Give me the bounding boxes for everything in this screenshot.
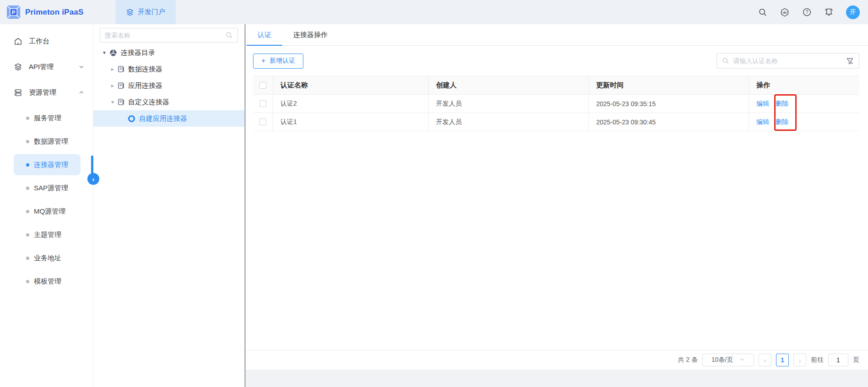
delete-link[interactable]: 删除 [776,118,788,126]
total-count-label: 共 2 条 [678,356,698,364]
sidebar-nav: 工作台 API管理 [0,24,93,387]
caret-icon[interactable]: ▸ [109,66,116,72]
sidebar-sub-item[interactable]: 连接器管理 [14,154,81,175]
column-header-creator: 创建人 [436,81,457,90]
tab-auth[interactable]: 认证 [247,24,282,45]
resources-icon [14,88,23,97]
bullet-icon [26,117,29,120]
tree-node[interactable]: ▸ 数据连接器 [93,61,244,77]
tree-search-input[interactable] [105,32,226,39]
sidebar-sub-item-label: MQ源管理 [34,207,65,216]
plus-icon: + [261,57,265,64]
filter-funnel-icon[interactable] [846,57,854,65]
main-area: 认证 连接器操作 + 新增认证 [246,24,868,387]
sidebar-sub-item[interactable]: 主题管理 [14,224,81,245]
prev-page-button[interactable]: ‹ [759,354,771,366]
bullet-icon [26,280,29,283]
sidebar-sub-item-label: SAP源管理 [34,184,68,193]
chevron-left-icon: ‹ [92,175,95,183]
sidebar-item-label: 资源管理 [29,88,56,97]
auth-search-box [717,53,859,69]
tree-search-box [100,28,238,43]
page-number-button[interactable]: 1 [776,354,789,366]
row-checkbox[interactable] [259,118,266,125]
goto-page-input[interactable] [828,354,848,366]
cell-auth-name: 认证1 [280,118,297,126]
column-header-auth-name: 认证名称 [280,81,308,90]
column-header-actions: 操作 [756,81,770,90]
sidebar-sub-item-label: 连接器管理 [34,161,68,169]
sidebar-sub-item[interactable]: SAP源管理 [14,177,81,199]
tab-bar: 认证 连接器操作 [246,24,868,46]
top-header: P Primeton iPaaS 开发门户 [0,0,868,24]
row-checkbox[interactable] [259,100,266,107]
sidebar-sub-item[interactable]: 服务管理 [14,108,81,129]
page-size-value: 10条/页 [712,356,733,364]
tree-node-label: 自定义连接器 [128,98,169,107]
table-header: 认证名称 创建人 更新时间 操作 [253,76,859,95]
tree-node[interactable]: ▾ 自定义连接器 [93,94,244,110]
brand-name: Primeton iPaaS [25,8,84,17]
sidebar-sub-item-label: 数据源管理 [34,137,68,146]
caret-down-icon[interactable]: ▾ [101,49,108,56]
help-icon[interactable]: ? [802,7,812,17]
edit-link[interactable]: 编辑 [756,118,769,126]
table-row: 认证2 开发人员 2025-05-23 09:35:15 编辑 删除 [253,95,859,113]
document-icon [118,65,124,73]
sidebar-sub-item[interactable]: 数据源管理 [14,131,81,152]
home-icon [14,37,23,46]
delete-link[interactable]: 删除 [776,100,788,108]
sidebar-item-workbench[interactable]: 工作台 [0,28,93,54]
sidebar-sub-item[interactable]: 模板管理 [14,271,81,292]
body: 工作台 API管理 [0,24,868,387]
tree-node[interactable]: ▸ 应用连接器 [93,77,244,94]
page-unit-label: 页 [853,356,859,364]
add-auth-button[interactable]: + 新增认证 [253,54,303,69]
column-header-updated: 更新时间 [596,81,624,90]
bullet-icon [26,140,29,143]
sidebar-sub-item[interactable]: 业务地址 [14,247,81,269]
search-icon [722,57,729,64]
tree-node-selected-leaf[interactable]: 自建应用连接器 [93,110,244,127]
cell-updated: 2025-05-23 09:35:15 [596,100,656,108]
page-size-select[interactable]: 10条/页 [702,354,754,366]
svg-text:?: ? [806,10,809,15]
sidebar-item-resource-management[interactable]: 资源管理 [0,80,93,105]
bullet-icon [26,187,29,190]
chevron-right-icon: › [799,356,801,364]
tree-node-label: 自建应用连接器 [139,114,187,123]
tree-children: ▸ 数据连接器 ▸ 应用连接器 ▾ [93,61,244,110]
sidebar-sub-item-label: 模板管理 [34,277,61,286]
collapse-sidebar-toggle[interactable]: ‹ [87,173,99,185]
sidebar-sub-item[interactable]: MQ源管理 [14,201,81,222]
bullet-icon [26,163,29,167]
logo: P Primeton iPaaS [0,5,84,19]
tree-search-icon[interactable] [226,32,233,39]
search-icon[interactable] [758,8,767,17]
tab-connector-operations[interactable]: 连接器操作 [282,24,339,45]
cell-creator: 开发人员 [436,118,462,126]
document-icon [118,82,124,89]
user-avatar[interactable]: 开 [846,5,860,19]
notification-bell-icon[interactable] [824,7,834,17]
layers-icon [126,8,134,16]
portal-tab[interactable]: 开发门户 [116,0,176,24]
cell-auth-name: 认证2 [280,100,297,108]
edit-link[interactable]: 编辑 [756,100,769,108]
next-page-button[interactable]: › [793,354,806,366]
tree-node-root[interactable]: ▾ 连接器目录 [93,44,244,61]
auth-search-input[interactable] [733,57,842,64]
sidebar-item-api-management[interactable]: API管理 [0,54,93,80]
chevron-down-icon [739,357,745,363]
caret-icon[interactable]: ▸ [109,82,116,89]
ai-assistant-icon[interactable]: AI [780,7,790,17]
add-auth-button-label: 新增认证 [270,57,295,65]
table-row: 认证1 开发人员 2025-05-23 09:30:45 编辑 删除 [253,113,859,131]
select-all-checkbox[interactable] [259,82,266,89]
tree-node-label: 数据连接器 [128,65,162,74]
chevron-down-icon [78,64,85,70]
document-icon [118,98,124,106]
content-card: 认证 连接器操作 + 新增认证 [246,24,868,370]
goto-label: 前往 [811,356,824,364]
caret-icon[interactable]: ▾ [109,99,116,105]
